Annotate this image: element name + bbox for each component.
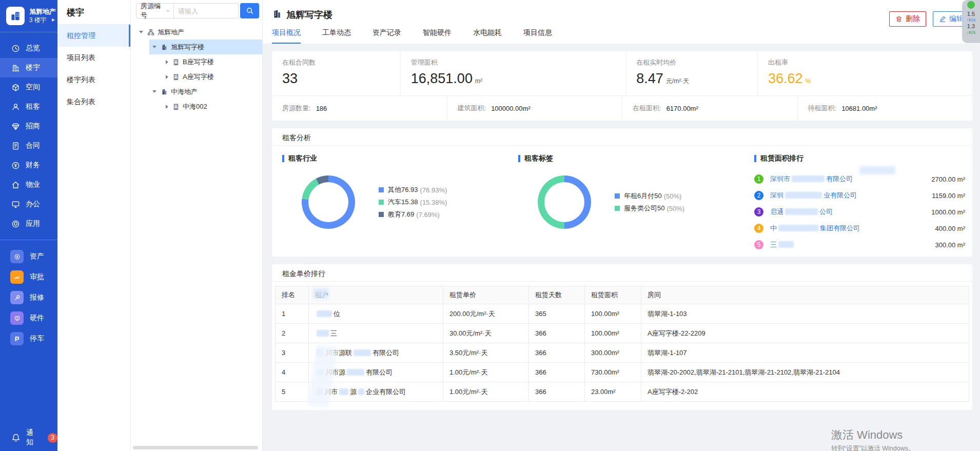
tags-donut-chart (538, 175, 591, 229)
sidebar-item-property[interactable]: 物业 (0, 175, 57, 194)
person-icon (11, 103, 20, 111)
industry-donut-chart (302, 175, 355, 229)
caret-down-icon[interactable] (139, 31, 143, 33)
company-link[interactable]: 中集团有限公司 (770, 224, 935, 233)
asset-coin-icon (10, 250, 24, 263)
horizontal-scrollbar[interactable] (133, 446, 258, 449)
search-bar: 房源编号 (131, 0, 262, 23)
table-row: 1 位 200.00元/m²·天 365 100.00m² 翡翠湖-1-103 (276, 304, 969, 324)
substat-gross-area: 建筑面积:100000.00m² (447, 96, 622, 121)
notifications[interactable]: 通知 3 (0, 424, 57, 451)
menu-item-project-list[interactable]: 项目列表 (57, 47, 130, 69)
tree-node-xuhui-estate[interactable]: 旭辉地产 (131, 25, 262, 40)
stats-card: 在租合同数 33 管理面积 16,851.00m² 在租实时均价 8.47元/m… (272, 51, 972, 121)
menu-item-building-list[interactable]: 楼宇列表 (57, 69, 130, 91)
accent-bar (518, 155, 520, 162)
tenant-link[interactable]: 位 (309, 304, 443, 324)
sidebar-item-leasing[interactable]: 招商 (0, 116, 57, 136)
caret-right-icon[interactable] (166, 75, 168, 79)
industry-legend: 其他76.93(76.93%) 汽车15.38(15.38%) 教育7.69(7… (379, 184, 447, 221)
section-title: 租客分析 (272, 128, 972, 146)
caret-right-icon[interactable] (166, 105, 168, 109)
edit-icon (939, 15, 946, 23)
rank-badge: 3 (754, 207, 763, 217)
tab-project-info[interactable]: 项目信息 (523, 28, 552, 44)
area-rank-row: 2 深圳业有限公司 1159.00 m² (754, 187, 965, 204)
search-input[interactable] (174, 3, 239, 18)
area-rank-panel: 租赁面积排行 1 深圳市有限公司 2700.00 m² 2 深圳业有限公司 11… (744, 146, 972, 257)
delete-button[interactable]: 删除 (889, 11, 926, 27)
legend-swatch (379, 212, 384, 217)
parking-icon: P (10, 332, 24, 345)
caret-right-icon[interactable] (166, 60, 168, 64)
org-switcher[interactable]: 旭辉地产 3 楼宇▶ (0, 0, 57, 32)
page-header: 旭辉写字楼 删除 编辑 项目概况 工单动态 资产记录 智能硬件 水电能耗 项目信… (263, 0, 980, 44)
sidebar-item-finance[interactable]: 财务 (0, 155, 57, 175)
tree-node-zhonghai-002[interactable]: 中海002 (131, 99, 262, 114)
tenant-link[interactable]: 三 (309, 324, 443, 343)
col-header-price: 租赁单价 (443, 286, 529, 304)
building-icon (172, 58, 180, 66)
building-icon (11, 64, 20, 72)
yuan-circle-icon (11, 161, 20, 170)
substat-vacant-area: 待租面积:10681.00m² (797, 96, 973, 121)
search-type-select[interactable]: 房源编号 (136, 3, 174, 18)
sidebar-item-contracts[interactable]: 合同 (0, 136, 57, 155)
company-link[interactable]: 深圳市有限公司 (770, 174, 931, 184)
company-link[interactable]: 三 (770, 240, 935, 249)
caret-down-icon[interactable] (152, 90, 156, 93)
legend-swatch (379, 200, 384, 205)
sidebar-item-overview[interactable]: 总览 (0, 38, 57, 58)
sidebar-app-parking[interactable]: P 停车 (0, 328, 57, 349)
tab-workorders[interactable]: 工单动态 (322, 28, 351, 44)
legend-swatch (379, 187, 384, 192)
legend-swatch (615, 206, 620, 211)
table-row: 2 三 30.00元/m²·天 366 100.00m² A座写字楼-22-22… (276, 324, 969, 343)
caret-down-icon[interactable] (152, 46, 156, 48)
org-icon (147, 29, 154, 36)
menu-item-rent-control[interactable]: 租控管理 (57, 25, 130, 47)
sidebar-app-hardware[interactable]: 硬件 (0, 308, 57, 328)
cube-icon (11, 83, 20, 92)
app-cube-icon (11, 220, 20, 228)
table-row: 4 川市源有限公司 1.00元/m²·天 366 730.00m² 翡翠湖-20… (276, 363, 969, 382)
accent-bar (754, 155, 756, 162)
redaction-blur (313, 288, 328, 299)
building-icon (172, 73, 180, 81)
tree-node-xuhui-office[interactable]: 旭辉写字楼 (131, 40, 262, 54)
org-logo (6, 7, 25, 25)
col-header-area: 租赁面积 (585, 286, 641, 304)
menu-item-collection-list[interactable]: 集合列表 (57, 91, 130, 113)
company-link[interactable]: 启通公司 (770, 207, 931, 217)
tab-asset-records[interactable]: 资产记录 (373, 28, 401, 44)
tree-node-tower-b[interactable]: B座写字楼 (131, 54, 262, 69)
sidebar-apps: 资产 审批 报修 硬件 P 停车 (0, 246, 57, 349)
sidebar-app-assets[interactable]: 资产 (0, 246, 57, 267)
sidebar-app-repair[interactable]: 报修 (0, 287, 57, 308)
tenant-analysis-card: 租客分析 租客行业 其他76.93(76.93%) 汽车15.38(15.38%… (272, 128, 972, 257)
area-rank-row: 3 启通公司 1000.00 m² (754, 204, 965, 220)
company-link[interactable]: 深圳业有限公司 (770, 191, 932, 200)
stat-avg-price: 在租实时均价 8.47元/m²·天 (625, 51, 757, 95)
tree-node-zhonghai-estate[interactable]: 中海地产 (131, 84, 262, 99)
sidebar-app-approval[interactable]: 审批 (0, 267, 57, 287)
col-header-tenant: 租户 (309, 286, 443, 304)
sidebar-item-space[interactable]: 空间 (0, 77, 57, 97)
sidebar-item-office[interactable]: 办公 (0, 194, 57, 214)
expand-caret-icon[interactable]: ▶ (52, 17, 55, 23)
tree-node-tower-a[interactable]: A座写字楼 (131, 69, 262, 84)
sidebar-item-tenants[interactable]: 租客 (0, 97, 57, 116)
chevron-down-icon (166, 8, 170, 13)
tab-bar: 项目概况 工单动态 资产记录 智能硬件 水电能耗 项目信息 (272, 28, 552, 44)
tab-utilities[interactable]: 水电能耗 (473, 28, 502, 44)
tab-project-overview[interactable]: 项目概况 (272, 28, 301, 44)
sidebar-item-buildings[interactable]: 楼宇 (0, 58, 57, 77)
main-content: 旭辉写字楼 删除 编辑 项目概况 工单动态 资产记录 智能硬件 水电能耗 项目信… (263, 0, 980, 451)
divider (0, 240, 57, 240)
project-building-icon (161, 44, 168, 51)
tab-smart-hardware[interactable]: 智能硬件 (423, 28, 452, 44)
search-button[interactable] (240, 3, 259, 18)
col-header-rooms: 房间 (641, 286, 969, 304)
sidebar-item-apps[interactable]: 应用 (0, 214, 57, 233)
sidebar-menu: 总览 楼宇 空间 租客 招商 合同 (0, 38, 57, 233)
